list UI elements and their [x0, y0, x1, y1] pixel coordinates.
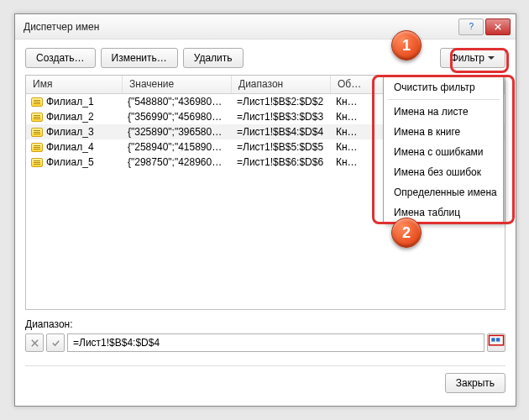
menu-separator	[387, 99, 500, 100]
footer-area: Диапазон:	[15, 310, 516, 359]
toolbar: Создать… Изменить… Удалить Фильтр	[15, 39, 516, 75]
svg-rect-7	[496, 338, 500, 341]
header-value[interactable]: Значение	[123, 76, 232, 93]
bottom-bar: Закрыть	[15, 366, 516, 400]
close-button[interactable]: Закрыть	[445, 373, 505, 393]
range-label: Диапазон:	[25, 318, 505, 330]
range-input[interactable]	[67, 333, 484, 352]
name-icon	[31, 143, 43, 152]
menu-item-names-on-sheet[interactable]: Имена на листе	[384, 102, 503, 122]
titlebar: Диспетчер имен ?	[15, 14, 516, 39]
range-row	[25, 333, 505, 352]
x-icon	[30, 339, 39, 348]
create-button[interactable]: Создать…	[25, 48, 96, 68]
header-range[interactable]: Диапазон	[232, 76, 331, 93]
delete-button[interactable]: Удалить	[183, 48, 244, 68]
menu-item-defined-names[interactable]: Определенные имена	[384, 182, 503, 202]
annotation-badge-1: 1	[391, 30, 422, 60]
menu-item-clear-filter[interactable]: Очистить фильтр	[384, 77, 503, 97]
cancel-edit-button[interactable]	[25, 333, 44, 352]
annotation-badge-2: 2	[391, 218, 422, 248]
check-icon	[51, 339, 60, 348]
filter-button-label: Фильтр	[451, 52, 484, 64]
svg-text:?: ?	[469, 23, 474, 31]
refedit-icon	[488, 334, 505, 351]
edit-button[interactable]: Изменить…	[101, 48, 178, 68]
help-icon: ?	[467, 23, 475, 31]
name-icon	[31, 128, 43, 137]
menu-item-names-with-errors[interactable]: Имена с ошибками	[384, 142, 503, 162]
chevron-down-icon	[488, 56, 495, 60]
help-button[interactable]: ?	[458, 18, 484, 35]
collapse-dialog-button[interactable]	[487, 333, 505, 352]
name-icon	[31, 113, 43, 122]
menu-item-names-without-errors[interactable]: Имена без ошибок	[384, 162, 503, 182]
filter-button[interactable]: Фильтр	[440, 48, 505, 68]
name-icon	[31, 158, 43, 167]
confirm-edit-button[interactable]	[46, 333, 65, 352]
close-icon	[494, 23, 502, 31]
filter-menu: Очистить фильтр Имена на листе Имена в к…	[383, 76, 504, 223]
header-name[interactable]: Имя	[26, 76, 123, 93]
close-window-button[interactable]	[485, 18, 511, 35]
svg-rect-6	[491, 338, 495, 341]
name-icon	[31, 97, 43, 107]
window-title: Диспетчер имен	[24, 21, 457, 33]
menu-item-names-in-book[interactable]: Имена в книге	[384, 122, 503, 142]
